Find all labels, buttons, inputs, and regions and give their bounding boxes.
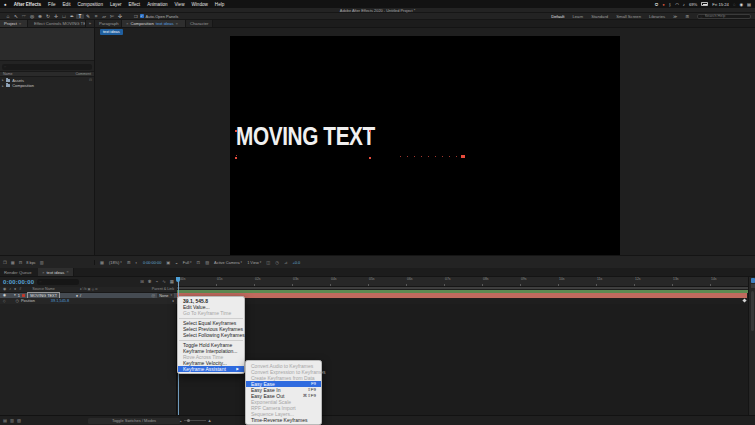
delete-icon[interactable]: ▥ [40,260,44,265]
tab-composition-name[interactable]: text ideas [156,21,174,26]
menu-item-keyframe-assistant[interactable]: Keyframe Assistant ▶ [178,366,244,372]
shape-tool-icon[interactable]: □ [60,14,68,19]
exposure-value[interactable]: +0.0 [292,260,300,265]
puppet-tool-icon[interactable]: ✣ [116,14,124,19]
composition-breadcrumb[interactable]: text ideas [100,29,123,35]
spotlight-icon[interactable]: ◌ [733,2,736,7]
panel-menu-icon[interactable]: ≡ [66,270,68,274]
workspace-learn[interactable]: Learn [572,14,583,19]
siri-icon[interactable]: ◉ [739,2,743,7]
bit-depth-label[interactable]: 8 bpc [26,260,36,265]
motion-blur-icon[interactable]: ∿ [162,279,166,284]
selection-handle[interactable] [235,157,237,159]
new-folder-icon[interactable]: ▦ [11,260,15,265]
keyframe[interactable] [742,298,746,302]
workspace-small-screen[interactable]: Small Screen [616,14,641,19]
record-icon[interactable]: ● [662,2,665,7]
shield-icon[interactable]: ✪ [655,2,659,7]
rotation-tool-icon[interactable]: ↻ [44,14,52,19]
eye-icon[interactable]: ◉ [3,293,6,297]
search-help-box[interactable]: ◌ [697,14,751,19]
mini-flowchart-icon[interactable]: ⊞ [140,279,144,284]
tab-overflow-icon[interactable]: » [86,20,95,27]
tab-effect-controls[interactable]: Effect Controls MOVING TEXT [28,20,86,27]
menu-effect[interactable]: Effect [128,2,140,7]
view-layout-dropdown[interactable]: 1 View ▾ [247,260,261,265]
column-comment[interactable]: Comment [75,72,91,76]
column-parent-link[interactable]: Parent & Link [152,287,174,291]
roto-brush-tool-icon[interactable]: ✄ [108,14,116,19]
transparency-grid-icon[interactable]: ▨ [205,260,209,265]
comp-button[interactable] [751,284,755,288]
flowchart-icon[interactable]: ⊿ [284,260,288,265]
grid-guides-icon[interactable]: ⊞ [127,260,131,265]
eraser-tool-icon[interactable]: ▱ [100,14,108,19]
draft-3d-icon[interactable]: ❆ [148,279,152,284]
viewer-timecode[interactable]: 0:00:00:00 [143,260,161,265]
workspace-grid-icon[interactable]: ⊞ [685,14,689,19]
property-name[interactable]: Position [21,298,35,303]
search-help-input[interactable] [705,14,749,18]
twirl-icon[interactable]: ▸ [2,84,4,88]
solo-icon[interactable]: ● [14,287,16,291]
workspace-overflow-icon[interactable]: ≫ [673,14,677,19]
zoom-out-icon[interactable]: ▴ [180,419,182,423]
timeline-timecode[interactable]: 0:00:00:00 [3,279,34,285]
new-comp-icon[interactable]: ⊟ [19,260,23,265]
close-icon[interactable]: × [126,21,128,26]
motion-path-keyframe[interactable] [461,155,465,159]
resolution-dropdown[interactable]: Full ▾ [183,260,192,265]
control-center-icon[interactable]: ▤ [747,2,751,7]
region-of-interest-icon[interactable]: ⊡ [197,260,201,265]
tab-paragraph[interactable]: Paragraph [95,20,122,27]
selection-handle[interactable] [235,130,237,132]
volume-icon[interactable]: ♪ [683,2,685,7]
selection-tool-icon[interactable]: ↖ [12,14,20,19]
camera-dropdown[interactable]: Active Camera ▾ [214,260,242,265]
twirl-icon[interactable]: ▸ [2,78,4,82]
menu-file[interactable]: File [48,2,55,7]
menu-after-effects[interactable]: After Effects [14,2,41,7]
menu-edit[interactable]: Edit [63,2,71,7]
close-icon[interactable]: × [42,270,44,275]
menubar-clock[interactable]: Fri 15:24 [712,2,729,7]
auto-open-panels-checkbox[interactable]: ✓ [140,14,144,18]
keyframe-nav-icon[interactable]: ◇ [3,299,6,303]
zoom-in-icon[interactable]: ▲ [208,418,212,423]
tab-render-queue[interactable]: Render Queue [0,268,38,276]
panel-menu-icon[interactable]: ≡ [19,22,21,26]
mask-visibility-icon[interactable]: ◐ [135,260,138,265]
apple-icon[interactable]: ● [4,2,7,7]
fast-previews-icon[interactable]: ◷ [275,260,279,265]
menu-layer[interactable]: Layer [110,2,122,7]
zoom-slider-track[interactable] [184,420,206,421]
bluetooth-icon[interactable]: ᛒ [669,2,672,7]
stage-text-layer[interactable]: MOVING TEXT [236,122,375,150]
workspace-default[interactable]: Default [551,14,564,19]
tab-project[interactable]: Project ≡ [0,20,28,27]
property-value[interactable]: 39.1,545.8 [51,298,69,303]
interpret-footage-icon[interactable]: ❒ [3,260,7,265]
panel-menu-icon[interactable]: ≡ [176,22,178,26]
playhead-handle[interactable] [176,277,180,282]
brush-tool-icon[interactable]: ✎ [84,14,92,19]
menu-item-select-following-keyframes[interactable]: Select Following Keyframes [178,332,244,338]
zoom-tool-icon[interactable]: ◎ [28,14,36,19]
menu-item-time-reverse-keyframes[interactable]: Time-Reverse Keyframes [246,417,321,423]
menu-help[interactable]: Help [215,2,224,7]
flowchart-icon[interactable]: ⊟ [89,78,92,82]
comp-marker-bin[interactable] [751,278,755,283]
tab-composition[interactable]: × Composition text ideas ≡ [122,20,186,27]
menu-animation[interactable]: Animation [147,2,167,7]
expand-in-point-icon[interactable]: ▤ [3,418,7,423]
always-preview-icon[interactable]: ▦ [100,260,104,265]
menu-window[interactable]: Window [191,2,207,7]
expand-render-time-icon[interactable]: ▥ [10,418,14,423]
wifi-icon[interactable]: ◠ [675,2,679,7]
layer-duration-bar[interactable] [177,293,747,298]
menu-composition[interactable]: Composition [77,2,103,7]
zoom-slider-knob[interactable] [187,419,190,422]
orbit-camera-tool-icon[interactable]: ⊕ [36,14,44,19]
shy-layers-icon[interactable]: ⌁ [156,279,159,284]
home-tool-icon[interactable]: ⌂ [4,14,12,19]
